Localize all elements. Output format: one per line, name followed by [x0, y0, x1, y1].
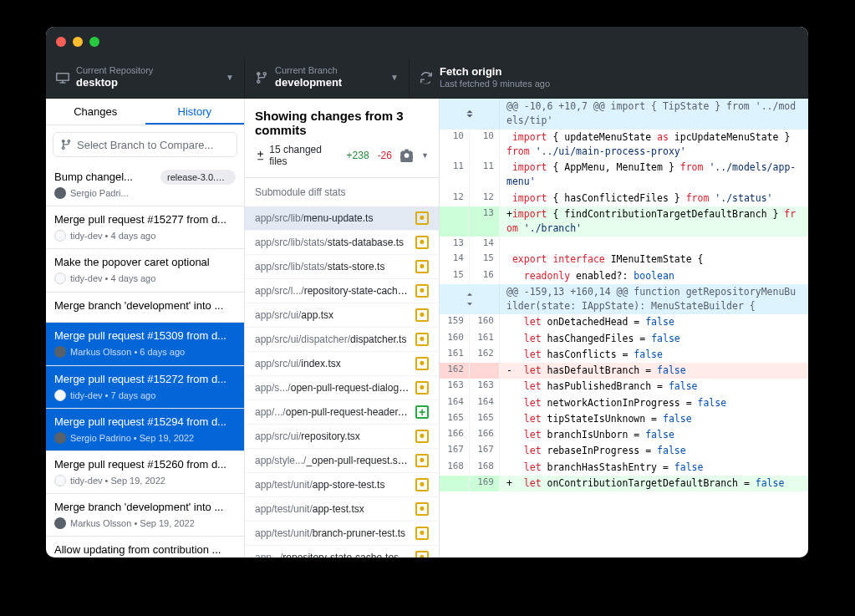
old-line-number: 159 [440, 314, 470, 330]
diff-line[interactable]: 164164 let networkActionInProgress = fal… [440, 395, 808, 411]
commit-item[interactable]: Merge branch 'development' into ...Marku… [46, 494, 244, 537]
desktop-icon [56, 71, 69, 84]
commit-title: Merge pull request #15277 from d... [54, 213, 226, 227]
diff-line[interactable]: 1516 readonly enabled?: boolean [440, 268, 808, 284]
commit-title: Merge pull request #15294 from d... [54, 415, 226, 430]
tab-changes[interactable]: Changes [46, 99, 145, 125]
file-item[interactable]: app/src/ui/repository.tsx• [245, 425, 439, 449]
commit-item[interactable]: Allow updating from contribution ...Mark… [46, 537, 244, 557]
file-item[interactable]: app.../repository-state-cache-test.ts• [245, 546, 439, 557]
chevron-down-icon: ▼ [226, 73, 234, 82]
commit-item[interactable]: Make the popover caret optionaltidy-dev … [46, 249, 244, 292]
file-item[interactable]: app/.../open-pull-request-header.tsx+ [245, 400, 439, 425]
file-item[interactable]: app/src/ui/dispatcher/dispatcher.ts• [245, 328, 439, 352]
commit-list[interactable]: Bump changel...release-3.0.9-...Sergio P… [46, 164, 244, 557]
diff-line[interactable]: 168168 let branchHasStashEntry = false [440, 460, 808, 476]
file-item[interactable]: app/src/ui/index.tsx• [245, 352, 439, 376]
modified-icon: • [415, 502, 429, 516]
avatar [54, 475, 66, 486]
new-line-number: 165 [470, 411, 500, 427]
commit-item[interactable]: Merge pull request #15277 from d...tidy-… [46, 206, 244, 249]
commit-meta: tidy-dev • 4 days ago [54, 272, 236, 284]
new-line-number: 166 [470, 427, 500, 443]
diff-line[interactable]: 1010 import { updateMenuState as ipcUpda… [440, 130, 808, 160]
file-item[interactable]: app/src/l.../repository-state-cache.ts• [245, 279, 439, 303]
commit-meta: tidy-dev • 7 days ago [54, 389, 236, 401]
diff-code: let hasChangedFiles = false [500, 331, 808, 347]
file-item[interactable]: app/src/lib/menu-update.ts• [245, 206, 439, 231]
repository-dropdown[interactable]: Current Repository desktop ▼ [46, 57, 245, 98]
file-item[interactable]: app/src/lib/stats/stats-database.ts• [245, 231, 439, 255]
commit-meta: Sergio Padri... [54, 187, 236, 199]
diff-hunk-header[interactable]: @@ -159,13 +160,14 @@ function getReposi… [440, 284, 808, 315]
close-window-button[interactable] [56, 37, 66, 47]
diff-line[interactable]: 1415 export interface IMenuItemState { [440, 252, 808, 267]
avatar [54, 230, 66, 242]
tab-history[interactable]: History [145, 99, 245, 125]
modified-icon: • [415, 236, 429, 249]
diff-line[interactable]: 161162 let hasConflicts = false [440, 347, 808, 363]
file-item[interactable]: app/test/unit/app-test.tsx• [245, 497, 439, 522]
modified-icon: • [415, 284, 429, 298]
old-line-number: 161 [440, 347, 470, 363]
commit-item[interactable]: Merge pull request #15309 from d...Marku… [46, 323, 244, 365]
app-window: Current Repository desktop ▼ Current Bra… [46, 27, 808, 557]
diff-code: let networkActionInProgress = false [500, 395, 808, 411]
file-item[interactable]: app/src/lib/stats/stats-store.ts• [245, 255, 439, 279]
diff-line[interactable]: 166166 let branchIsUnborn = false [440, 427, 808, 443]
maximize-window-button[interactable] [89, 37, 99, 47]
file-item[interactable]: app/s.../open-pull-request-dialog.tsx• [245, 376, 439, 400]
diff-code: let onDetachedHead = false [500, 314, 808, 330]
old-line-number: 11 [440, 160, 470, 191]
gear-icon[interactable] [400, 149, 413, 162]
file-path: app/.../open-pull-request-header.tsx [255, 406, 410, 418]
expand-hunk-button[interactable] [440, 284, 500, 315]
compare-placeholder: Select Branch to Compare... [77, 139, 213, 151]
compare-branch-selector[interactable]: Select Branch to Compare... [53, 132, 237, 157]
branch-dropdown[interactable]: Current Branch development ▼ [245, 57, 410, 98]
branch-icon [60, 139, 72, 150]
modified-icon: • [415, 478, 429, 491]
diff-line[interactable]: 167167 let rebaseInProgress = false [440, 443, 808, 459]
expand-hunk-button[interactable] [440, 99, 500, 130]
diff-line[interactable]: 13+import { findContributionTargetDefaul… [440, 206, 808, 237]
diff-hunk-header[interactable]: @@ -10,6 +10,7 @@ import { TipState } fr… [440, 99, 808, 130]
commit-item[interactable]: Merge pull request #15260 from d...tidy-… [46, 451, 244, 494]
commit-item[interactable]: Merge branch 'development' into ... [46, 293, 244, 323]
diff-view[interactable]: @@ -10,6 +10,7 @@ import { TipState } fr… [440, 99, 808, 557]
modified-icon: • [415, 211, 429, 225]
changed-files-count: 15 changed files [255, 144, 338, 167]
sidebar-tabs: Changes History [46, 99, 244, 125]
diff-line[interactable]: 163163 let hasPublishedBranch = false [440, 379, 808, 395]
diff-line[interactable]: 1111 import { AppMenu, MenuItem } from '… [440, 160, 808, 191]
modified-icon: • [415, 381, 429, 395]
minimize-window-button[interactable] [73, 37, 83, 47]
diff-line[interactable]: 162- let hasDefaultBranch = false [440, 363, 808, 379]
diff-line[interactable]: 165165 let tipStateIsUnknown = false [440, 411, 808, 427]
branch-dropdown-label: Current Branch [275, 65, 384, 76]
diff-line[interactable]: 1314 [440, 237, 808, 252]
diff-code: export interface IMenuItemState { [500, 252, 808, 267]
file-item[interactable]: app/test/unit/app-store-test.ts• [245, 473, 439, 497]
new-line-number [470, 363, 500, 379]
old-line-number: 165 [440, 411, 470, 427]
commit-item[interactable]: Bump changel...release-3.0.9-...Sergio P… [46, 164, 244, 206]
diff-line[interactable]: 1212 import { hasConflictedFiles } from … [440, 191, 808, 206]
file-list[interactable]: app/src/lib/menu-update.ts•app/src/lib/s… [245, 206, 439, 557]
fetch-button[interactable]: Fetch origin Last fetched 9 minutes ago [410, 57, 808, 98]
file-item[interactable]: app/style.../_open-pull-request.scss• [245, 449, 439, 473]
diff-line[interactable]: 160161 let hasChangedFiles = false [440, 331, 808, 347]
chevron-down-icon[interactable]: ▼ [421, 151, 429, 160]
old-line-number: 160 [440, 331, 470, 347]
modified-icon: • [415, 551, 429, 557]
file-path: app/src/lib/stats/stats-database.ts [255, 237, 410, 248]
file-item[interactable]: app/src/ui/app.tsx• [245, 303, 439, 328]
commit-item[interactable]: Merge pull request #15272 from d...tidy-… [46, 366, 244, 409]
modified-icon: • [415, 527, 429, 540]
new-line-number: 14 [470, 237, 500, 252]
diff-line[interactable]: 159160 let onDetachedHead = false [440, 314, 808, 330]
file-item[interactable]: app/test/unit/branch-pruner-test.ts• [245, 522, 439, 546]
diff-code: import { updateMenuState as ipcUpdateMen… [500, 130, 808, 160]
commit-item[interactable]: Merge pull request #15294 from d...Sergi… [46, 409, 244, 451]
diff-line[interactable]: 169+ let onContributionTargetDefaultBran… [440, 476, 808, 491]
